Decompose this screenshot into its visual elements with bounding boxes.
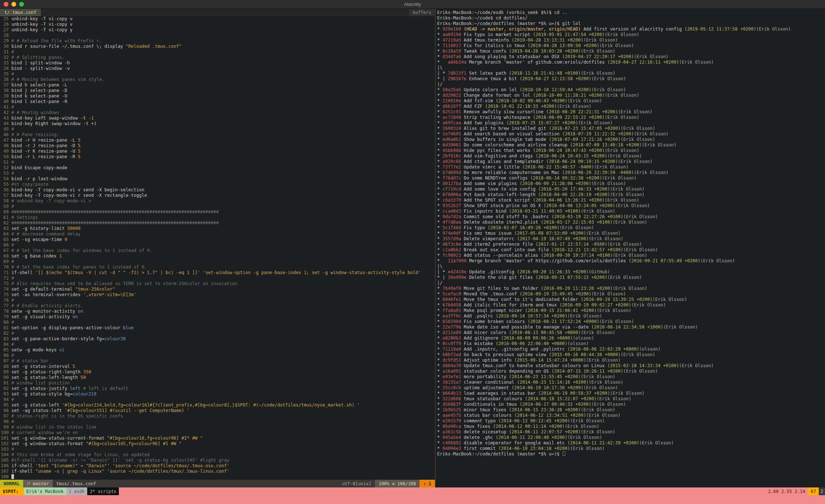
code-line[interactable]: 60 #####################################…: [1, 209, 435, 215]
code-line[interactable]: 64 # # decrease command delay: [1, 231, 435, 237]
code-line[interactable]: 47 bind -r H resize-pane -L 5: [1, 138, 435, 143]
tmux-window-2-current[interactable]: 2* scripts: [87, 487, 119, 495]
commit-line: * 58a35a5 Update colors on lol (2018-10-…: [437, 87, 825, 93]
code-line[interactable]: 68 set -g base-index 1: [1, 253, 435, 259]
tmux-window-1[interactable]: 1 esdk: [66, 487, 87, 495]
commit-line: * d0127ba Add some vim plugins (2018-06-…: [437, 181, 825, 187]
code-line[interactable]: 95 set -g status-left '#[bg=colour214,bo…: [1, 402, 435, 408]
code-line[interactable]: 32 # # Splitting panes.: [1, 55, 435, 60]
line-number: 51: [1, 160, 11, 165]
code-line[interactable]: 28: [1, 33, 435, 38]
code-line[interactable]: 42 # # Moving windows: [1, 110, 435, 116]
tab-tmux-conf[interactable]: t/.tmux.conf: [0, 9, 41, 16]
code-line[interactable]: 106 if-shell 'test "$(uname)" = "Darwin"…: [1, 463, 435, 469]
code-line[interactable]: 74 set -g default-terminal "tmux-256colo…: [1, 287, 435, 292]
code-line[interactable]: 52 bind Escape copy-mode: [1, 165, 435, 171]
code-line[interactable]: 49 bind -r K resize-pane -U 5: [1, 149, 435, 154]
code-line[interactable]: 41 #: [1, 104, 435, 110]
code-line[interactable]: 56 bind-key -T copy-mode-vi v send -X be…: [1, 187, 435, 193]
code-line[interactable]: 35 #: [1, 71, 435, 77]
code-line[interactable]: 63 set -g history-limit 50000: [1, 226, 435, 231]
code-line[interactable]: 102 set -g window-status-format "#[bg=co…: [1, 441, 435, 447]
code-line[interactable]: 92 set -g status-justify left # left is …: [1, 386, 435, 391]
code-line[interactable]: 25 unbind-key -T vi-copy v: [1, 16, 435, 22]
code-line[interactable]: 34 bind - split-window -v: [1, 66, 435, 71]
code-line[interactable]: 40 bind l select-pane -R: [1, 99, 435, 104]
code-line[interactable]: 62 #####################################…: [1, 220, 435, 226]
code-line[interactable]: 53 #: [1, 171, 435, 176]
code-line[interactable]: 37 bind h select-pane -L: [1, 82, 435, 88]
code-line[interactable]: 100 # current window we're on: [1, 430, 435, 436]
code-line[interactable]: 38 bind j select-pane -D: [1, 88, 435, 93]
code-line[interactable]: 46 # # Pane resizing.: [1, 132, 435, 138]
code-line[interactable]: 104 # this one broke at some stage for L…: [1, 452, 435, 458]
code-line[interactable]: 33 bind | split-window -h: [1, 60, 435, 66]
code-line[interactable]: 36 # # Moving between panes vim style.: [1, 77, 435, 82]
code-line[interactable]: 97 # status-right is in the OS specific …: [1, 414, 435, 419]
code-line[interactable]: 54 bind -r p last-window: [1, 176, 435, 182]
code-line[interactable]: 79 set -g visual-activity on: [1, 314, 435, 320]
prompt-line: Eriks-MacBook:~/code/dotfiles (master *$…: [437, 451, 825, 457]
code-line[interactable]: 29 # # Reload the file with Prefix r.: [1, 38, 435, 44]
code-line[interactable]: 58 # unbind-key -T copy-mode-vi v: [1, 198, 435, 204]
shell-pane[interactable]: Eriks-MacBook:~/code/esdk (vorbis_seek $…: [436, 9, 825, 487]
code-line[interactable]: 31 #: [1, 49, 435, 55]
vim-pane[interactable]: t/.tmux.conf buffers 25 unbind-key -T vi…: [0, 9, 436, 487]
tabline-filler: [41, 9, 409, 16]
code-line[interactable]: 59 #: [1, 204, 435, 209]
code-line[interactable]: 57 bind-key -T copy-mode-vi r send -X re…: [1, 193, 435, 198]
code-line[interactable]: 77 # # Enable activity alerts.: [1, 303, 435, 309]
code-line[interactable]: 94 #: [1, 397, 435, 402]
line-number: 77: [1, 303, 11, 308]
line-number: 63: [1, 226, 11, 231]
code-line[interactable]: 26 unbind-key -T vi-copy v: [1, 22, 435, 27]
code-line[interactable]: 87 # # status bar: [1, 358, 435, 364]
code-line[interactable]: 75 set -as terminal-overrides ',xterm*:s…: [1, 292, 435, 298]
code-line[interactable]: 91 # window list position: [1, 380, 435, 386]
code-line[interactable]: 39 bind k select-pane -U: [1, 93, 435, 99]
code-line[interactable]: 98 #: [1, 419, 435, 425]
code-line[interactable]: 27 unbind-key -T vi-copy y: [1, 27, 435, 33]
code-line[interactable]: 51 #: [1, 160, 435, 165]
code-line[interactable]: 101 set -g window-status-current-format …: [1, 436, 435, 441]
code-line[interactable]: 83 set -g pane-active-border-style fg=co…: [1, 336, 435, 342]
code-line[interactable]: 70 # # Set the base index for panes to 1…: [1, 265, 435, 270]
code-line[interactable]: 81 set-option -g display-panes-active-co…: [1, 325, 435, 331]
code-line[interactable]: 78 setw -g monitor-activity on: [1, 309, 435, 314]
window-title: Alacritty: [0, 1, 825, 7]
code-line[interactable]: 76 #: [1, 298, 435, 303]
code-line[interactable]: 66 #: [1, 242, 435, 248]
line-number: 92: [1, 386, 11, 391]
code-line[interactable]: 61 # Settings: [1, 215, 435, 220]
code-line[interactable]: 88 set -g status-interval 5: [1, 364, 435, 369]
code-line[interactable]: 69 #: [1, 259, 435, 265]
code-line[interactable]: 107 if-shell "uname -s | grep -q Linux" …: [1, 469, 435, 474]
code-line[interactable]: 67 # # Set the base index for windows to…: [1, 248, 435, 253]
code-line[interactable]: 105 #if-shell '[[ $(uname -s) != "Darwin…: [1, 458, 435, 463]
code-line[interactable]: 99 # window list in the status line: [1, 425, 435, 430]
code-line[interactable]: 103 #: [1, 447, 435, 452]
line-number: 37: [1, 82, 11, 88]
code-line[interactable]: 43 bind-key Left swap-window -t -1: [1, 116, 435, 121]
code-line[interactable]: 44 bind-key Right swap-window -t +1: [1, 121, 435, 127]
code-line[interactable]: 55 #st copy/paste: [1, 182, 435, 187]
code-line[interactable]: 73 # Also requires tmux cmd to be aliase…: [1, 281, 435, 287]
code-line[interactable]: 50 bind -r L resize-pane -R 5: [1, 154, 435, 160]
code-line[interactable]: 82 #: [1, 331, 435, 336]
code-line[interactable]: 85 setw -g mode-keys vi: [1, 347, 435, 353]
code-line[interactable]: 80 #: [1, 320, 435, 325]
code-line[interactable]: 89 set -g status-right-length 350: [1, 369, 435, 375]
code-line[interactable]: 96 set -ag status-left '#[bg=colour151] …: [1, 408, 435, 414]
code-line[interactable]: 65 set -sg escape-time 0: [1, 237, 435, 242]
vim-buffer[interactable]: 25 unbind-key -T vi-copy v 26 unbind-key…: [0, 16, 435, 480]
code-line[interactable]: 71 if-shell '[[ $(echo "$(tmux -V | cut …: [1, 270, 435, 276]
code-line[interactable]: 84 #: [1, 342, 435, 347]
code-line[interactable]: 90 set -g status-left-length 50: [1, 375, 435, 380]
code-line[interactable]: 30 bind r source-file ~/.tmux.conf \; di…: [1, 44, 435, 49]
code-line[interactable]: 72 #: [1, 276, 435, 281]
code-line[interactable]: 45 #: [1, 127, 435, 132]
code-line[interactable]: 93 set -g status-style bg=colour210: [1, 391, 435, 397]
code-line[interactable]: 48 bind -r J resize-pane -D 5: [1, 143, 435, 149]
code-line[interactable]: 108: [1, 474, 435, 480]
code-line[interactable]: 86 #: [1, 353, 435, 358]
